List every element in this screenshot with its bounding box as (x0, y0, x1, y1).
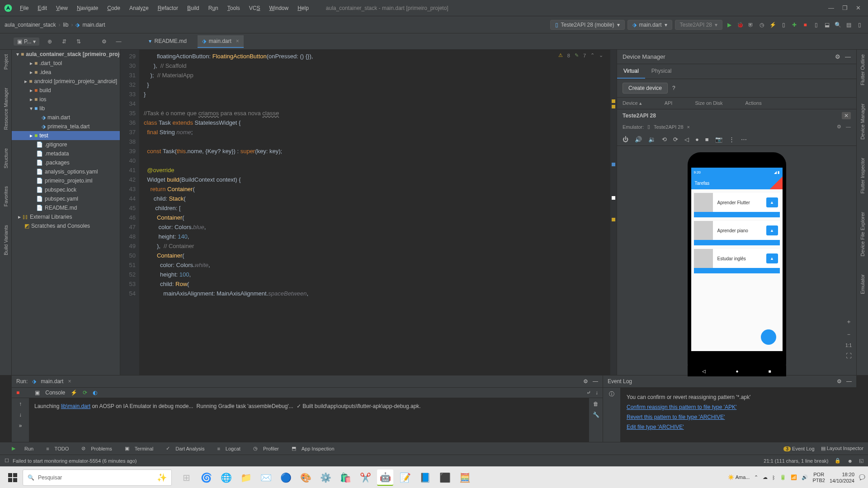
mail-icon[interactable]: ✉️ (258, 469, 274, 486)
btab-profiler[interactable]: ◷ Profiler (250, 442, 286, 455)
run-file-link[interactable]: lib\main.dart (61, 403, 90, 409)
zoom-ratio[interactable]: 1:1 (845, 343, 852, 348)
tree-iml[interactable]: 📄 primeiro_projeto.iml (12, 176, 120, 185)
task-up-button[interactable]: ▲ (766, 197, 778, 207)
menu-tools[interactable]: Tools (224, 3, 244, 13)
hot-reload-icon[interactable]: ⚡ (71, 389, 77, 396)
scroll-icon[interactable]: ↓ (595, 389, 598, 396)
tree-metadata[interactable]: 📄 .metadata (12, 149, 120, 158)
exec-target-selector[interactable]: Teste2API 28 ▾ (675, 20, 722, 30)
search-icon[interactable]: 🔍 (834, 21, 842, 29)
volume-icon[interactable]: 🔊 (802, 474, 808, 480)
hide-icon[interactable]: — (846, 124, 851, 130)
minimize-icon[interactable]: — (828, 5, 834, 11)
zoom-fit-icon[interactable]: ⛶ (846, 352, 852, 359)
rotate-right-icon[interactable]: ⟳ (673, 136, 678, 143)
chrome-icon[interactable]: 🔵 (278, 469, 294, 486)
tree-pubspec-yaml[interactable]: 📄 pubspec.yaml (12, 194, 120, 203)
close-icon[interactable]: ✕ (856, 5, 861, 11)
project-view-selector[interactable]: ▣ P... ▾ (14, 38, 39, 46)
vscode-icon[interactable]: ✂️ (357, 469, 373, 486)
rotate-left-icon[interactable]: ⟲ (662, 136, 667, 143)
settings-icon[interactable]: ▤ (844, 21, 853, 29)
store-icon[interactable]: 🛍️ (337, 469, 354, 486)
flutter-attach-icon[interactable]: ✚ (790, 21, 798, 29)
more-icon[interactable]: ⋮ (729, 136, 735, 143)
tool-flutter-outline[interactable]: Flutter Outline (860, 54, 865, 85)
menu-help[interactable]: Help (294, 3, 312, 13)
tree-lib[interactable]: ▾ ■ lib (12, 104, 120, 113)
devtools-icon[interactable]: ◐ (93, 389, 97, 396)
hide-icon[interactable]: — (846, 378, 852, 385)
wifi-icon[interactable]: 📶 (791, 474, 797, 480)
task-up-button[interactable]: ▲ (766, 225, 778, 235)
fab-button[interactable] (761, 329, 776, 345)
close-emulator-icon[interactable]: × (687, 124, 690, 130)
editor-minimap[interactable] (610, 50, 617, 375)
profile-icon[interactable]: ◷ (758, 21, 766, 29)
menu-icon[interactable]: ⋯ (741, 136, 747, 143)
btab-inspection[interactable]: ⬒ App Inspection (288, 442, 342, 455)
down-icon[interactable]: ↓ (19, 412, 22, 418)
caret-position[interactable]: 21:1 (111 chars, 1 line break) (764, 458, 828, 464)
close-tab-icon[interactable]: × (236, 38, 239, 44)
sdk-icon[interactable]: ⬓ (823, 21, 831, 29)
col-actions[interactable]: Actions (745, 100, 762, 106)
menu-vcs[interactable]: VCS (245, 3, 264, 13)
tree-ext-lib[interactable]: ▸ ⫿⫿ External Libraries (12, 212, 120, 221)
stop-icon[interactable]: ■ (801, 21, 809, 29)
tab-physical[interactable]: Physical (645, 64, 678, 79)
trash-icon[interactable]: 🗑 (593, 401, 599, 407)
hide-icon[interactable]: — (114, 38, 123, 46)
coverage-icon[interactable]: ⛨ (747, 21, 755, 29)
android-studio-icon[interactable]: 🤖 (377, 469, 393, 486)
btab-event-log[interactable]: 3 Event Log (783, 446, 814, 451)
nav-back-icon[interactable]: ◁ (702, 369, 706, 374)
tool-build-variants[interactable]: Build Variants (3, 225, 9, 255)
clock[interactable]: 18:2014/10/2024 (830, 471, 854, 484)
gear-icon[interactable]: ⚙ (837, 124, 841, 130)
tree-ios[interactable]: ▸ ■ ios (12, 95, 120, 104)
tool-emulator[interactable]: Emulator (860, 274, 865, 294)
btab-problems[interactable]: ⊘ Problems (78, 442, 119, 455)
tree-root[interactable]: ▾ ■ aula_container_stack [primeiro_proje… (12, 50, 120, 59)
face-icon[interactable]: ☻ (847, 458, 853, 464)
attach-icon[interactable]: ▯ (779, 21, 788, 29)
notifications-icon[interactable]: 💬 (859, 474, 865, 480)
weather-widget[interactable]: ☀️ Ama... (728, 474, 750, 480)
tree-test[interactable]: ▸ ■ test (12, 131, 120, 140)
tab-virtual[interactable]: Virtual (617, 64, 645, 79)
process-icon[interactable]: ◱ (859, 458, 863, 464)
edge-icon[interactable]: 🌐 (218, 469, 234, 486)
col-size[interactable]: Size on Disk (695, 100, 722, 106)
tree-readme[interactable]: 📄 README.md (12, 203, 120, 212)
run-tab[interactable]: main.dart (41, 378, 63, 385)
language-indicator[interactable]: PORPTB2 (812, 472, 825, 483)
tree-pubspec-lock[interactable]: 📄 pubspec.lock (12, 185, 120, 194)
nav-overview-icon[interactable]: ■ (768, 369, 771, 374)
device-row[interactable]: Teste2API 28 ✕ (617, 109, 856, 122)
hide-icon[interactable]: — (845, 53, 851, 60)
close-tab-icon[interactable]: × (68, 378, 71, 385)
tab-readme[interactable]: ▾ README.md (144, 35, 191, 48)
expand-icon[interactable]: ⇵ (60, 38, 68, 46)
tree-packages[interactable]: 📄 .packages (12, 158, 120, 167)
tray-chevron-icon[interactable]: ⌃ (754, 474, 758, 480)
tree-primeira-tela[interactable]: ⬗ primeira_tela.dart (12, 122, 120, 131)
gear-icon[interactable]: ⚙ (583, 378, 588, 385)
bluetooth-icon[interactable]: ᛒ (772, 475, 775, 480)
nav-home-icon[interactable]: ● (736, 369, 738, 374)
word-icon[interactable]: 📘 (417, 469, 433, 486)
calculator-icon[interactable]: 🧮 (457, 469, 473, 486)
lock-icon[interactable]: 🔒 (835, 458, 841, 464)
print-icon[interactable]: » (19, 422, 22, 429)
collapse-icon[interactable]: ⇅ (75, 38, 83, 46)
menu-run[interactable]: Run (205, 3, 222, 13)
tab-main-dart[interactable]: ⬗ main.dart × (198, 35, 244, 48)
editor-content[interactable]: floatingActionButton: FloatingActionButt… (139, 50, 610, 375)
run-icon[interactable]: ▶ (725, 21, 733, 29)
tree-gitignore[interactable]: 📄 .gitignore (12, 140, 120, 149)
menu-file[interactable]: File (16, 3, 32, 13)
taskbar-search[interactable]: 🔍 Pesquisar ✨ (23, 469, 172, 486)
btab-terminal[interactable]: ▣ Terminal (121, 442, 161, 455)
